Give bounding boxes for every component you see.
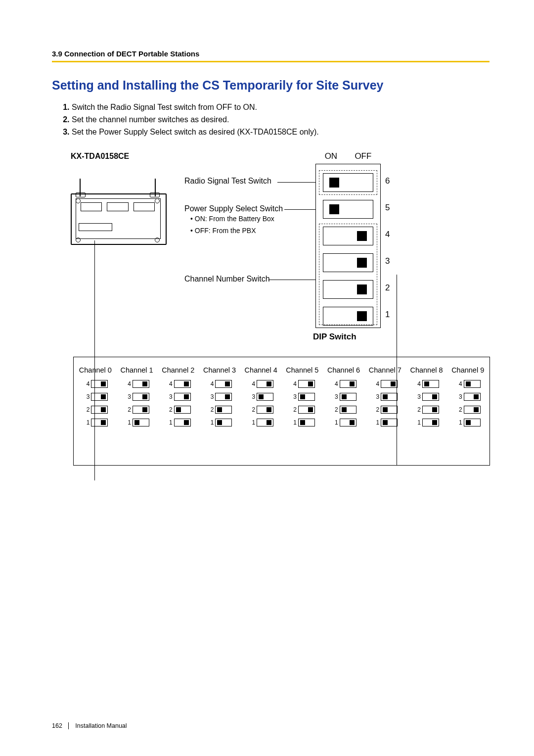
channel-switch-row: 2: [282, 406, 323, 414]
channel-switch-row: 4: [157, 380, 199, 388]
channel-header: Channel 8: [406, 366, 447, 374]
channel-switch-row: 4: [199, 380, 240, 388]
switch-marker: [383, 407, 388, 412]
switch-box: [215, 393, 232, 401]
switch-marker: [383, 394, 388, 399]
channel-switch-row: 1: [447, 419, 489, 426]
channel-switch-row: 4: [364, 380, 406, 388]
device-illustration: [71, 179, 165, 245]
dip-num: 4: [385, 230, 390, 239]
switch-number: 1: [248, 419, 255, 426]
channel-column: Channel 24321: [157, 366, 199, 431]
switch-marker: [391, 381, 396, 386]
channel-switch-row: 3: [157, 393, 199, 401]
switch-number: 1: [166, 419, 173, 426]
dip-slot-4: [323, 227, 373, 245]
switch-box: [91, 380, 108, 388]
step-item: Set the Power Supply Select switch as de…: [72, 126, 490, 139]
radio-test-switch-label: Radio Signal Test Switch: [184, 177, 271, 186]
channel-table: Channel 04321Channel 14321Channel 24321C…: [73, 357, 490, 466]
switch-box: [298, 380, 315, 388]
channel-column: Channel 54321: [282, 366, 323, 431]
channel-switch-row: 4: [116, 380, 158, 388]
channel-switch-row: 1: [406, 419, 447, 426]
on-label: ON: [325, 151, 338, 161]
channel-header: Channel 0: [75, 366, 116, 374]
channel-switch-row: 1: [323, 419, 364, 426]
switch-number: 1: [83, 419, 89, 426]
switch-marker: [267, 407, 271, 412]
channel-column: Channel 14321: [116, 366, 158, 431]
switch-number: 3: [83, 393, 89, 400]
connector-line: [284, 209, 315, 210]
off-label: OFF: [355, 151, 371, 161]
channel-switch-row: 4: [447, 380, 489, 388]
switch-box: [464, 393, 481, 401]
step-item: Set the channel number switches as desir…: [72, 114, 490, 126]
switch-marker: [217, 407, 222, 412]
channel-switch-row: 3: [282, 393, 323, 401]
switch-marker: [466, 420, 471, 425]
channel-column: Channel 04321: [75, 366, 116, 431]
page-number: 162: [52, 722, 69, 729]
channel-switch-row: 3: [447, 393, 489, 401]
switch-number: 3: [207, 393, 214, 400]
switch-number: 2: [331, 406, 338, 413]
page: 3.9 Connection of DECT Portable Stations…: [0, 0, 534, 756]
channel-switch-row: 2: [116, 406, 158, 414]
switch-box: [133, 393, 149, 401]
switch-number: 4: [455, 380, 462, 387]
channel-switch-row: 3: [75, 393, 116, 401]
switch-marker: [142, 394, 147, 399]
channel-switch-row: 3: [323, 393, 364, 401]
channel-column: Channel 94321: [447, 366, 489, 431]
channel-switch-row: 1: [240, 419, 282, 426]
switch-box: [257, 419, 273, 426]
diagram: Radio Signal Test Switch Power Supply Se…: [71, 164, 490, 471]
switch-marker: [466, 381, 471, 386]
switch-number: 1: [331, 419, 338, 426]
switch-box: [381, 380, 398, 388]
switch-number: 2: [248, 406, 255, 413]
channel-switch-row: 1: [282, 419, 323, 426]
channel-switch-row: 3: [199, 393, 240, 401]
switch-box: [298, 419, 315, 426]
switch-number: 4: [331, 380, 338, 387]
switch-number: 4: [207, 380, 214, 387]
switch-marker: [308, 381, 313, 386]
switch-box: [174, 380, 191, 388]
channel-switch-row: 1: [157, 419, 199, 426]
channel-column: Channel 64321: [323, 366, 364, 431]
channel-header: Channel 5: [282, 366, 323, 374]
channel-header: Channel 1: [116, 366, 158, 374]
switch-box: [298, 393, 315, 401]
switch-number: 4: [372, 380, 379, 387]
channel-switch-row: 3: [406, 393, 447, 401]
switch-number: 3: [331, 393, 338, 400]
dip-num: 6: [385, 176, 390, 186]
switch-marker: [424, 381, 429, 386]
switch-number: 1: [414, 419, 421, 426]
switch-box: [215, 380, 232, 388]
channel-switch-row: 2: [364, 406, 406, 414]
switch-number: 4: [414, 380, 421, 387]
switch-marker: [432, 407, 437, 412]
switch-marker: [142, 407, 147, 412]
switch-marker: [134, 420, 139, 425]
channel-header: Channel 4: [240, 366, 282, 374]
switch-box: [133, 419, 149, 426]
channel-column: Channel 74321: [364, 366, 406, 431]
channel-switch-row: 3: [116, 393, 158, 401]
switch-box: [381, 406, 398, 414]
switch-marker: [267, 381, 271, 386]
channel-switch-row: 1: [116, 419, 158, 426]
power-on-note: ON: From the Battery Box: [195, 215, 274, 223]
power-off-note: OFF: From the PBX: [195, 227, 256, 235]
channel-header: Channel 2: [157, 366, 199, 374]
channel-switch-row: 2: [157, 406, 199, 414]
switch-marker: [101, 394, 106, 399]
switch-box: [257, 406, 273, 414]
switch-number: 1: [207, 419, 214, 426]
channel-switch-row: 4: [406, 380, 447, 388]
page-title: Setting and Installing the CS Temporaril…: [52, 78, 490, 93]
